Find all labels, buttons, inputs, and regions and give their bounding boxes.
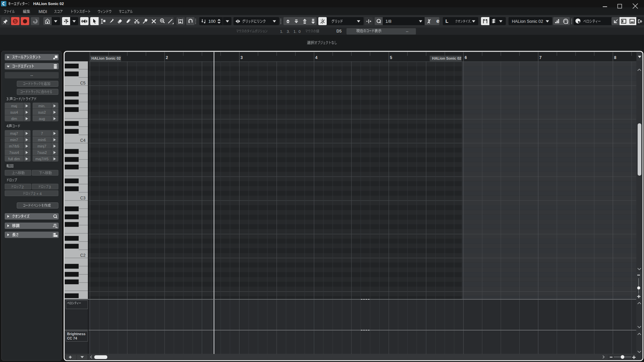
svg-text:S: S	[14, 19, 16, 24]
